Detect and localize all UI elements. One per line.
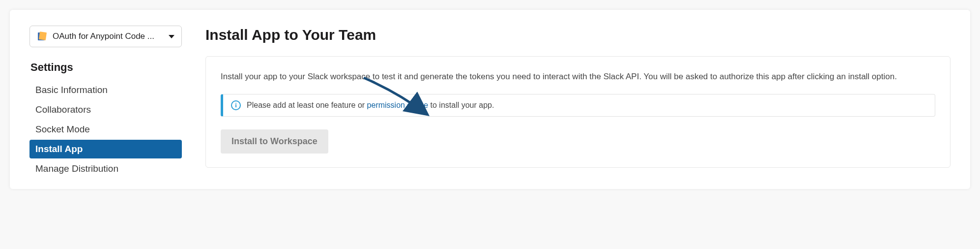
info-prefix: Please add at least one feature or [247,101,367,109]
sidebar-section-title: Settings [29,61,182,74]
info-banner: i Please add at least one feature or per… [221,94,935,117]
install-to-workspace-button[interactable]: Install to Workspace [221,129,328,154]
info-icon: i [231,100,241,110]
app-selector-dropdown[interactable]: OAuth for Anypoint Code ... [29,26,182,47]
info-suffix: to install your app. [428,101,494,109]
sidebar-item-collaborators[interactable]: Collaborators [29,100,182,119]
sidebar-item-socket-mode[interactable]: Socket Mode [29,120,182,139]
chevron-down-icon [169,35,174,38]
permission-scope-link[interactable]: permission scope [367,101,429,109]
install-description: Install your app to your Slack workspace… [221,70,935,83]
app-name-label: OAuth for Anypoint Code ... [53,31,164,41]
sidebar-item-install-app[interactable]: Install App [29,140,182,158]
install-card: Install your app to your Slack workspace… [205,56,951,168]
info-text: Please add at least one feature or permi… [247,101,494,110]
page-title: Install App to Your Team [205,27,951,43]
sidebar-item-basic-information[interactable]: Basic Information [29,81,182,99]
app-icon [37,31,48,42]
svg-rect-1 [39,31,47,40]
sidebar-item-manage-distribution[interactable]: Manage Distribution [29,159,182,178]
